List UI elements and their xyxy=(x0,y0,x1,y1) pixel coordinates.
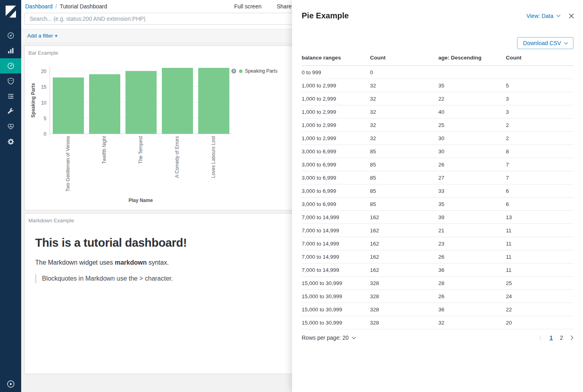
table-cell: 6 xyxy=(506,184,573,198)
bar[interactable] xyxy=(53,77,84,134)
y-axis: 05101520 xyxy=(37,66,50,134)
table-row: 1,000 to 2,99932403 xyxy=(302,105,573,119)
table-cell: 85 xyxy=(370,198,438,211)
heartbeat-icon xyxy=(7,123,14,130)
x-axis-label[interactable]: Loves Labours Lost xyxy=(198,136,229,196)
pagination: 12 xyxy=(539,335,573,341)
plus-icon: + xyxy=(55,33,58,39)
rows-per-page-button[interactable]: Rows per page: 20 xyxy=(302,335,355,341)
next-page-button[interactable] xyxy=(569,335,573,340)
bar[interactable] xyxy=(89,74,120,134)
table-cell: 36 xyxy=(438,263,506,277)
bar-chart-icon xyxy=(7,47,14,54)
table-cell: 11 xyxy=(506,224,573,237)
table-cell: 22 xyxy=(506,303,573,316)
table-cell: 0 xyxy=(370,66,438,79)
previous-page-button[interactable] xyxy=(539,335,544,340)
share-button[interactable]: Share xyxy=(277,3,291,10)
view-data-button[interactable]: View: Data xyxy=(527,13,560,19)
table-cell: 27 xyxy=(438,171,506,184)
table-cell: 3 xyxy=(506,92,573,105)
kibana-app: Dashboard / Tutorial Dashboard Full scre… xyxy=(0,0,583,392)
y-tick-label: 5 xyxy=(44,116,46,121)
nav-item-discover[interactable] xyxy=(0,28,21,43)
kibana-logo-icon xyxy=(6,6,16,18)
gauge-icon xyxy=(7,62,14,69)
table-cell: 11 xyxy=(506,237,573,250)
x-axis-label[interactable]: Twelfth Night xyxy=(89,136,120,196)
table-cell: 3,000 to 6,999 xyxy=(302,158,370,171)
collapse-nav-button[interactable] xyxy=(0,380,21,388)
table-cell: 32 xyxy=(438,316,506,329)
table-cell: 7,000 to 14,999 xyxy=(302,250,370,263)
panel-title: Bar Example xyxy=(25,46,304,56)
page-number[interactable]: 1 xyxy=(549,335,553,341)
play-circle-icon xyxy=(7,380,15,388)
table-cell: 85 xyxy=(370,145,438,158)
column-header[interactable]: Count xyxy=(506,53,573,66)
x-axis-label[interactable]: A Comedy of Errors xyxy=(161,136,193,196)
nav-item-dashboard[interactable] xyxy=(0,58,21,73)
table-row: 1,000 to 2,99932223 xyxy=(302,92,573,105)
table-cell: 26 xyxy=(438,250,506,263)
plot-column: Two Gentlemen of VeronaTwelfth NightThe … xyxy=(50,66,232,203)
nav-item-apm[interactable] xyxy=(0,73,21,89)
table-cell: 22 xyxy=(438,92,506,105)
table-cell: 0 to 999 xyxy=(302,66,370,79)
chevron-down-icon xyxy=(352,335,356,339)
timelion-icon xyxy=(7,93,14,100)
column-header[interactable]: age: Descending xyxy=(438,53,506,66)
nav-item-dev-tools[interactable] xyxy=(0,104,21,119)
breadcrumb-dashboard-link[interactable]: Dashboard xyxy=(25,3,53,10)
y-tick-label: 15 xyxy=(41,84,46,90)
x-axis-label[interactable]: The Tempest xyxy=(125,136,156,196)
flyout-title: Pie Example xyxy=(302,11,349,20)
table-cell: 32 xyxy=(370,132,438,145)
table-cell: 3,000 to 6,999 xyxy=(302,184,370,198)
chevron-left-icon xyxy=(539,335,544,340)
table-cell: 3,000 to 6,999 xyxy=(302,198,370,211)
table-cell: 21 xyxy=(438,224,506,237)
table-cell: 7,000 to 14,999 xyxy=(302,263,370,277)
full-screen-button[interactable]: Full screen xyxy=(234,3,261,10)
bar[interactable] xyxy=(162,68,193,134)
column-header[interactable]: Count xyxy=(370,53,438,66)
x-axis-label[interactable]: Two Gentlemen of Verona xyxy=(52,136,84,196)
table-row: 7,000 to 14,9991623611 xyxy=(302,263,573,277)
nav-item-visualize[interactable] xyxy=(0,43,21,58)
close-icon xyxy=(569,13,574,19)
table-cell: 162 xyxy=(370,237,438,250)
flyout-header: Pie Example View: Data xyxy=(292,0,583,20)
table-row: 3,000 to 6,99985267 xyxy=(302,158,573,171)
table-cell: 39 xyxy=(438,211,506,224)
kibana-logo[interactable] xyxy=(0,6,21,18)
table-row: 15,000 to 30,9993283622 xyxy=(302,303,573,316)
table-cell: 7,000 to 14,999 xyxy=(302,224,370,237)
bar[interactable] xyxy=(198,68,229,134)
chevron-down-icon xyxy=(557,13,561,17)
data-table: balance rangesCountage: DescendingCount … xyxy=(302,53,573,329)
legend-toggle-icon[interactable] xyxy=(231,68,237,74)
column-header[interactable]: balance ranges xyxy=(302,53,370,66)
table-row: 7,000 to 14,9991622111 xyxy=(302,224,573,237)
table-cell: 3,000 to 6,999 xyxy=(302,145,370,158)
table-cell: 15,000 to 30,999 xyxy=(302,316,370,329)
nav-item-management[interactable] xyxy=(0,134,21,149)
markdown-paragraph: The Markdown widget uses markdown syntax… xyxy=(35,259,293,266)
table-cell: 11 xyxy=(506,250,573,263)
table-cell: 1,000 to 2,999 xyxy=(302,132,370,145)
add-filter-button[interactable]: Add a filter+ xyxy=(27,33,58,39)
legend-series-label[interactable]: Speaking Parts xyxy=(245,68,277,74)
table-cell: 25 xyxy=(438,119,506,132)
table-cell: 26 xyxy=(438,158,506,171)
bar[interactable] xyxy=(125,71,157,134)
close-flyout-button[interactable] xyxy=(569,13,574,19)
table-cell: 11 xyxy=(506,263,573,277)
pie-example-flyout: Pie Example View: Data Download CSV bala… xyxy=(292,0,583,392)
nav-item-timelion[interactable] xyxy=(0,89,21,104)
nav-item-monitoring[interactable] xyxy=(0,119,21,134)
table-cell: 328 xyxy=(370,290,438,303)
download-csv-button[interactable]: Download CSV xyxy=(517,37,573,49)
page-number[interactable]: 2 xyxy=(560,335,563,341)
table-cell: 1,000 to 2,999 xyxy=(302,105,370,119)
